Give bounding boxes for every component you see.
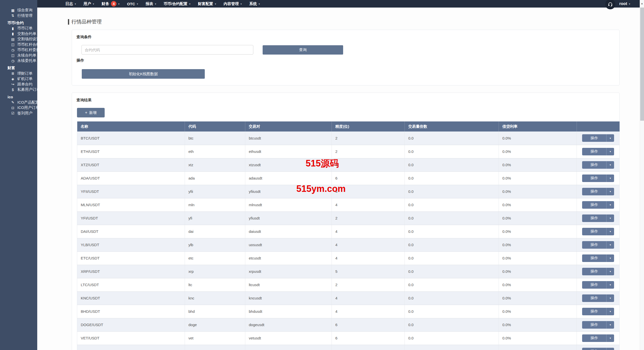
- table-cell: 8: [332, 345, 405, 350]
- row-action-dropdown-toggle[interactable]: ▾: [606, 321, 614, 329]
- nav-item[interactable]: 日志▾: [65, 2, 76, 6]
- row-action-button[interactable]: 操作: [582, 268, 606, 275]
- table-cell: 4: [332, 225, 405, 238]
- sidebar-item-永续委托单[interactable]: ◷永续委托单: [0, 58, 37, 64]
- chevron-down-icon: ▾: [610, 310, 611, 313]
- row-action-dropdown-toggle[interactable]: ▾: [606, 268, 614, 275]
- order-clock-icon: ◷: [10, 59, 16, 63]
- contract-icon: ◫: [10, 42, 16, 47]
- table-cell: 4: [332, 305, 405, 318]
- row-action-dropdown-toggle[interactable]: ▾: [606, 214, 614, 222]
- row-action-dropdown-toggle[interactable]: ▾: [606, 254, 614, 262]
- sidebar-item-币币杠杆委托单[interactable]: ◷币币杠杆委托单: [0, 47, 37, 53]
- row-action-button[interactable]: 操作: [582, 201, 606, 209]
- sidebar-item-理财订单[interactable]: ≣理财订单: [0, 71, 37, 76]
- user-menu[interactable]: root ▾: [619, 2, 630, 6]
- sidebar-item-签到用户[interactable]: ☑签到用户: [0, 111, 37, 116]
- sidebar-item-综合查询[interactable]: ▦综合查询: [0, 8, 37, 13]
- table-row: LTC/USDTltcltcusdt20.00.0%操作▾: [77, 278, 620, 291]
- sidebar-item-跟单合约[interactable]: ↪跟单合约: [0, 82, 37, 87]
- chevron-down-icon: ▾: [610, 150, 611, 153]
- row-action-dropdown-toggle[interactable]: ▾: [606, 161, 614, 169]
- page-title: 行情品种管理: [71, 18, 102, 25]
- table-cell: 0.0%: [499, 318, 577, 331]
- sidebar-item-币币杠杆合约单[interactable]: ◫币币杠杆合约单: [0, 42, 37, 48]
- row-action-dropdown-toggle[interactable]: ▾: [606, 281, 614, 289]
- chevron-down-icon: ▾: [610, 270, 611, 273]
- table-cell-actions: 操作▾: [577, 291, 620, 305]
- row-action-button[interactable]: 操作: [582, 148, 606, 155]
- add-button-label: 新增: [89, 110, 97, 115]
- row-action-button[interactable]: 操作: [582, 161, 606, 169]
- row-action-dropdown-toggle[interactable]: ▾: [606, 241, 614, 249]
- row-action-button[interactable]: 操作: [582, 254, 606, 262]
- table-cell: 0.0: [405, 278, 499, 291]
- column-header: 借贷利率: [499, 121, 577, 132]
- sidebar-item-永续合约单[interactable]: ◫永续合约单: [0, 53, 37, 58]
- row-action-dropdown-toggle[interactable]: ▾: [606, 294, 614, 302]
- row-action-dropdown-toggle[interactable]: ▾: [606, 188, 614, 195]
- row-action-button[interactable]: 操作: [582, 281, 606, 289]
- row-action-dropdown-toggle[interactable]: ▾: [606, 134, 614, 142]
- table-cell: 0.0%: [499, 145, 577, 158]
- row-action-dropdown-toggle[interactable]: ▾: [606, 228, 614, 235]
- scrollbar-up-arrow-icon[interactable]: ▲: [640, 0, 644, 7]
- row-action-dropdown-toggle[interactable]: ▾: [606, 201, 614, 209]
- database-icon: ≣: [10, 71, 16, 75]
- row-action-button[interactable]: 操作: [582, 334, 606, 342]
- table-cell: 2: [332, 278, 405, 291]
- row-action-button[interactable]: 操作: [582, 241, 606, 249]
- nav-item[interactable]: 币币/合约配置▾: [164, 2, 190, 6]
- init-kline-button[interactable]: 初始化K线图数据: [82, 69, 205, 79]
- add-button[interactable]: + 新增: [77, 108, 105, 117]
- results-table: 名称代码交易对精度(位)交易量倍数借贷利率 BTC/USDTbtcbtcusdt…: [77, 121, 620, 350]
- dollar-icon: $: [10, 88, 16, 92]
- row-action-dropdown-toggle[interactable]: ▾: [606, 348, 614, 350]
- row-action-button[interactable]: 操作: [582, 308, 606, 315]
- nav-item[interactable]: 财富配置▾: [198, 2, 216, 6]
- nav-item-label: 内容管理: [224, 2, 239, 6]
- operations-title: 操作: [76, 58, 84, 63]
- nav-item[interactable]: 内容管理▾: [224, 2, 242, 6]
- row-action-button[interactable]: 操作: [582, 214, 606, 222]
- support-button[interactable]: [605, 0, 615, 9]
- nav-item[interactable]: 系统▾: [249, 2, 260, 6]
- sidebar-item-矿机订单[interactable]: ◈矿机订单: [0, 76, 37, 82]
- nav-item[interactable]: 财务4▾: [102, 1, 119, 7]
- sidebar-item-ICO产品配置[interactable]: ✎ICO产品配置: [0, 100, 37, 105]
- row-action-button[interactable]: 操作: [582, 228, 606, 235]
- search-button[interactable]: 查询: [263, 45, 343, 55]
- nav-item[interactable]: 用户▾: [84, 2, 94, 6]
- row-action-dropdown-toggle[interactable]: ▾: [606, 148, 614, 155]
- vertical-scrollbar[interactable]: ▲: [640, 0, 644, 350]
- sidebar-item-行情管理[interactable]: ⇅行情管理: [0, 13, 37, 19]
- scrollbar-thumb[interactable]: [640, 8, 644, 121]
- table-cell: etc: [185, 251, 245, 265]
- sidebar-item-ICO用户订单[interactable]: ⊡ICO用户订单: [0, 105, 37, 111]
- contract-code-input[interactable]: [82, 45, 253, 55]
- sidebar-item-交割合约单[interactable]: ▮交割合约单: [0, 31, 37, 37]
- row-action-button[interactable]: 操作: [582, 188, 606, 195]
- table-cell: 0.0%: [499, 185, 577, 198]
- row-action-dropdown-toggle[interactable]: ▾: [606, 308, 614, 315]
- row-action-button[interactable]: 操作: [582, 294, 606, 302]
- row-action-button-group: 操作▾: [582, 174, 614, 182]
- sidebar-group-header: 财富: [0, 65, 37, 71]
- sidebar-item-币币订单[interactable]: ▮币币订单: [0, 26, 37, 31]
- row-action-dropdown-toggle[interactable]: ▾: [606, 174, 614, 182]
- row-action-button[interactable]: 操作: [582, 321, 606, 329]
- nav-item[interactable]: 报表▾: [146, 2, 156, 6]
- row-action-button-group: 操作▾: [582, 161, 614, 169]
- row-action-button-group: 操作▾: [582, 188, 614, 195]
- sidebar-item-私募用户订单[interactable]: $私募用户订单: [0, 87, 37, 93]
- nav-item[interactable]: OTC▾: [127, 2, 138, 6]
- table-cell: 0.0: [405, 318, 499, 331]
- row-action-button[interactable]: 操作: [582, 348, 606, 350]
- table-cell: 4: [332, 158, 405, 171]
- row-action-dropdown-toggle[interactable]: ▾: [606, 334, 614, 342]
- table-row: ETC/USDTetcetcusdt40.00.0%操作▾: [77, 251, 620, 265]
- row-action-button[interactable]: 操作: [582, 174, 606, 182]
- row-action-button[interactable]: 操作: [582, 134, 606, 142]
- sidebar-item-交割场控设置[interactable]: ▤交割场控设置: [0, 36, 37, 42]
- table-row: ETH/USDTethethusdt20.00.0%操作▾: [77, 145, 620, 158]
